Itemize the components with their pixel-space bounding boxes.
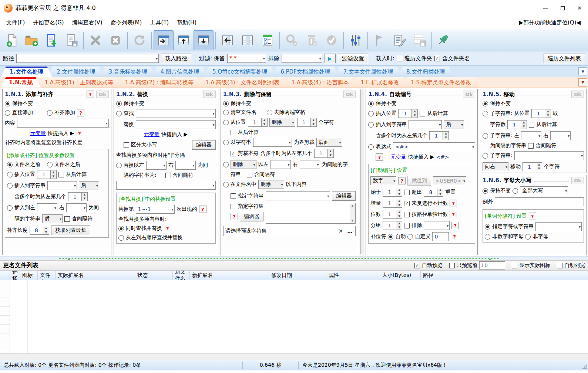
ok-button[interactable]: Ok	[203, 91, 216, 98]
horizontal-splitter[interactable]: ▲ ▲	[0, 257, 588, 260]
more-icon[interactable]: …	[347, 228, 352, 234]
show-real-icons-checkbox[interactable]	[512, 263, 517, 268]
specify-char-radio[interactable]	[485, 224, 490, 230]
left-sep-combobox[interactable]: ▾	[271, 160, 291, 169]
exception-input[interactable]	[495, 197, 584, 206]
increment-stepper[interactable]: 1▲▼	[383, 199, 402, 208]
traverse-file-list-button[interactable]: 遍历文件列表	[544, 54, 585, 63]
apply-filter-icon[interactable]: ▶	[325, 54, 336, 63]
insert-position-radio[interactable]	[368, 111, 374, 116]
get-longest-button[interactable]: 获取列表最长	[51, 226, 90, 235]
tab-item[interactable]: 1.A.高级(3)：文件名对照列表	[197, 77, 288, 88]
splitter-collapse-icon[interactable]: ▲	[68, 257, 70, 261]
from-position-radio[interactable]	[223, 120, 229, 125]
search-confirm-button[interactable]	[282, 30, 302, 50]
start-stepper[interactable]: 1▲▼	[383, 188, 402, 197]
assign-to-button[interactable]: 赋值到	[407, 176, 431, 186]
move-stepper[interactable]: 1▲▼	[523, 162, 542, 171]
help-button[interactable]: ?	[199, 206, 206, 213]
count-from-end-checkbox[interactable]	[420, 111, 425, 116]
panel-right-toggle[interactable]	[154, 30, 174, 50]
pad-length-stepper[interactable]: 8▲▼	[30, 226, 49, 235]
ok-button[interactable]: Ok	[463, 91, 476, 98]
delete-mode3-combobox[interactable]: 删除▾	[258, 180, 284, 189]
substring-direct-radio[interactable]	[483, 153, 488, 159]
insert-at-string-radio[interactable]	[368, 122, 374, 128]
keep-unchanged-radio[interactable]	[223, 101, 229, 106]
editor-button[interactable]: 编辑器	[332, 191, 356, 201]
tab-item[interactable]: 1.A.高级(4)：语言脚本	[283, 77, 357, 88]
exceed-checkbox[interactable]	[404, 190, 410, 195]
preset-charset-combobox[interactable]: 请选择预设字符集✕…	[223, 226, 356, 236]
tab-overflow-button[interactable]: ▼	[578, 67, 587, 75]
menu-item[interactable]: 编辑查看(V)	[68, 18, 107, 27]
tab-item[interactable]: 5.Office文档摘要处理	[204, 67, 276, 77]
filter-settings-button[interactable]: 过滤设置	[338, 54, 368, 63]
tab-item[interactable]: 1.文件名处理	[1, 67, 52, 77]
left-sep-combobox[interactable]: ▾	[37, 203, 57, 212]
position-stepper[interactable]: 1▲▼	[531, 109, 551, 118]
column-header[interactable]: 状态	[135, 271, 173, 280]
help-button[interactable]: ?	[529, 213, 536, 220]
flag-button[interactable]	[370, 30, 390, 50]
help-button[interactable]: ?	[376, 153, 383, 161]
vertical-splitter[interactable]	[360, 89, 363, 254]
trash-confirm-button[interactable]	[302, 30, 322, 50]
in-name-delete-radio[interactable]	[223, 182, 229, 187]
delete-mode-combobox[interactable]: 删除▾	[269, 118, 295, 127]
case-sensitive-checkbox[interactable]	[124, 142, 129, 148]
right-sep-combobox[interactable]: ▾	[300, 160, 320, 169]
content-combobox[interactable]: ▾	[17, 119, 109, 128]
charset-textarea[interactable]: ▲▼	[266, 203, 356, 224]
column-header[interactable]: 新扩展名	[190, 271, 269, 280]
include-folder-name-checkbox[interactable]	[434, 56, 440, 61]
charset-editor-button[interactable]: 编辑器	[240, 212, 263, 221]
number-type-combobox[interactable]: 数字▾	[370, 176, 396, 185]
meta-variable-link[interactable]: 元变量	[390, 154, 406, 160]
skip-unchecked-checkbox[interactable]	[404, 201, 410, 206]
add-file-button[interactable]	[1, 30, 21, 50]
tab-item[interactable]: 2.文件属性处理	[48, 67, 104, 77]
preview-count-input[interactable]	[479, 261, 505, 269]
user-variable-combobox[interactable]: <USER0>▾	[433, 176, 466, 185]
between-value-combobox[interactable]: ▾	[116, 181, 216, 190]
sep-pos-combobox[interactable]: 后▾	[42, 214, 63, 223]
sequential-radio[interactable]	[118, 235, 124, 241]
help-button[interactable]: ?	[77, 109, 84, 116]
save-list-button[interactable]	[61, 30, 81, 50]
filter-combobox[interactable]: *.*▾	[227, 54, 266, 63]
confirm-button[interactable]	[322, 30, 342, 50]
custom-pad-input[interactable]: 0	[432, 232, 449, 241]
help-button[interactable]: ?	[450, 211, 457, 218]
include-separator-checkbox[interactable]	[528, 143, 534, 149]
pin-button[interactable]	[434, 30, 454, 50]
exclude-checkbox[interactable]	[404, 223, 410, 228]
help-button[interactable]: ?	[398, 177, 406, 184]
position-stepper[interactable]: 1▲▼	[248, 118, 268, 127]
column-header[interactable]: 图标	[20, 271, 38, 280]
settings-button[interactable]	[346, 30, 366, 50]
insert-position-radio[interactable]	[7, 172, 13, 177]
count-from-end-checkbox[interactable]	[529, 122, 534, 128]
right-sep-combobox[interactable]: ▾	[175, 161, 196, 170]
horizontal-scrollbar[interactable]	[0, 353, 588, 360]
tab-item[interactable]: 7.文本文件属性处理	[335, 67, 402, 77]
auto-column-width-checkbox[interactable]	[557, 263, 562, 268]
menu-item[interactable]: 文件(F)	[2, 18, 29, 27]
column-header[interactable]: 修改日期	[269, 271, 326, 280]
tab-item[interactable]: 1.A.高级(2)：编码与转换等	[117, 77, 202, 88]
per-path-checkbox[interactable]	[404, 212, 410, 217]
clear-icon[interactable]: ✕	[339, 228, 343, 234]
tab-item[interactable]: 1.S.特定类型文件名修改	[403, 77, 480, 88]
column-header[interactable]: 实际扩展名	[56, 271, 135, 280]
keep-unchanged-radio[interactable]	[116, 101, 122, 106]
menu-item[interactable]: 命令列表(M)	[107, 18, 146, 27]
nth-occurrence-stepper[interactable]: 1▲▼	[314, 149, 334, 158]
replace-combobox[interactable]: ▾	[136, 120, 216, 129]
insert-between-radio[interactable]	[7, 205, 13, 211]
char-count-stepper[interactable]: 1▲▼	[507, 120, 527, 129]
column-header[interactable]: 选择	[10, 271, 20, 280]
trim-spaces-radio[interactable]	[267, 110, 272, 115]
column-settings-button[interactable]	[238, 30, 258, 50]
meta-variable-link[interactable]: 元变量	[144, 131, 159, 138]
